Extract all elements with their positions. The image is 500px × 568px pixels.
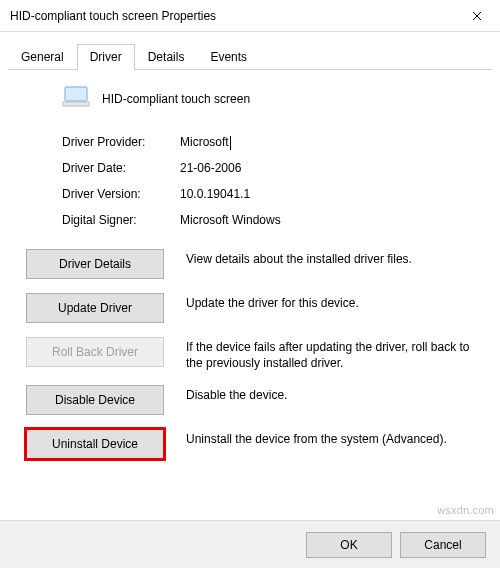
action-roll-back-driver: Roll Back Driver If the device fails aft… <box>26 337 474 371</box>
ok-button[interactable]: OK <box>306 532 392 558</box>
tab-label: Details <box>148 50 185 64</box>
tab-content: HID-compliant touch screen Driver Provid… <box>0 70 500 483</box>
disable-device-desc: Disable the device. <box>186 385 474 403</box>
button-label: Driver Details <box>59 257 131 271</box>
cancel-button[interactable]: Cancel <box>400 532 486 558</box>
dialog-footer: OK Cancel <box>0 520 500 568</box>
button-label: Disable Device <box>55 393 135 407</box>
button-label: Roll Back Driver <box>52 345 138 359</box>
tab-driver[interactable]: Driver <box>77 44 135 71</box>
button-label: Cancel <box>424 538 461 552</box>
provider-value: Microsoft <box>180 135 229 149</box>
device-icon <box>62 86 90 111</box>
provider-label: Driver Provider: <box>62 135 180 149</box>
device-name: HID-compliant touch screen <box>102 92 250 106</box>
action-update-driver: Update Driver Update the driver for this… <box>26 293 474 323</box>
tab-details[interactable]: Details <box>135 44 198 70</box>
action-driver-details: Driver Details View details about the in… <box>26 249 474 279</box>
button-label: Update Driver <box>58 301 132 315</box>
button-label: OK <box>340 538 357 552</box>
tab-label: General <box>21 50 64 64</box>
disable-device-button[interactable]: Disable Device <box>26 385 164 415</box>
version-label: Driver Version: <box>62 187 180 201</box>
close-icon <box>472 9 482 23</box>
button-label: Uninstall Device <box>52 437 138 451</box>
update-driver-button[interactable]: Update Driver <box>26 293 164 323</box>
date-value: 21-06-2006 <box>180 161 241 175</box>
tab-label: Driver <box>90 50 122 64</box>
uninstall-device-button[interactable]: Uninstall Device <box>26 429 164 459</box>
svg-rect-0 <box>65 87 87 101</box>
action-disable-device: Disable Device Disable the device. <box>26 385 474 415</box>
update-driver-desc: Update the driver for this device. <box>186 293 474 311</box>
version-value: 10.0.19041.1 <box>180 187 250 201</box>
roll-back-driver-desc: If the device fails after updating the d… <box>186 337 474 371</box>
roll-back-driver-button: Roll Back Driver <box>26 337 164 367</box>
signer-label: Digital Signer: <box>62 213 180 227</box>
driver-details-button[interactable]: Driver Details <box>26 249 164 279</box>
close-button[interactable] <box>454 0 500 32</box>
tab-strip: General Driver Details Events <box>0 32 500 70</box>
action-uninstall-device: Uninstall Device Uninstall the device fr… <box>26 429 474 459</box>
date-label: Driver Date: <box>62 161 180 175</box>
svg-rect-1 <box>62 102 90 106</box>
tab-label: Events <box>210 50 247 64</box>
tab-general[interactable]: General <box>8 44 77 70</box>
signer-value: Microsoft Windows <box>180 213 281 227</box>
title-bar: HID-compliant touch screen Properties <box>0 0 500 32</box>
window-title: HID-compliant touch screen Properties <box>10 9 216 23</box>
uninstall-device-desc: Uninstall the device from the system (Ad… <box>186 429 474 447</box>
device-header: HID-compliant touch screen <box>62 86 474 111</box>
tab-events[interactable]: Events <box>197 44 260 70</box>
watermark: wsxdn.com <box>437 504 494 516</box>
driver-info: Driver Provider: Microsoft Driver Date: … <box>62 135 474 227</box>
driver-details-desc: View details about the installed driver … <box>186 249 474 267</box>
